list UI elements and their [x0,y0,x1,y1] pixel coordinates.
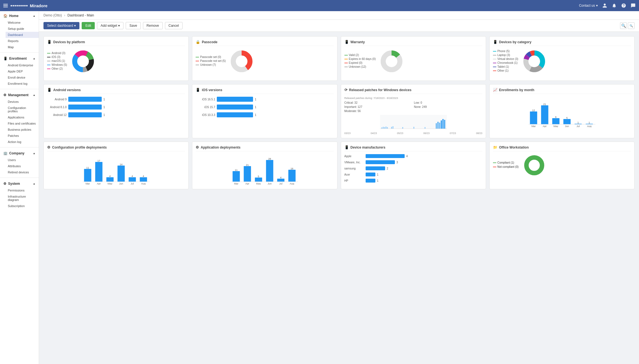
svg-text:May: May [256,182,261,185]
sidebar-item-action-log[interactable]: Action log [6,139,39,145]
sidebar-item-subscription[interactable]: Subscription [6,203,39,209]
svg-rect-32 [439,123,440,129]
sidebar-company[interactable]: 🏢 Company ▲ [0,150,39,157]
bell-icon[interactable] [612,3,617,8]
sidebar-item-reports[interactable]: Reports [6,38,39,44]
svg-text:Jun: Jun [565,125,569,127]
svg-rect-65 [129,177,136,182]
donut-chart-container: Android (3) iOS (3) macOS (1) Windows (5… [47,49,185,74]
sidebar-item-permissions[interactable]: Permissions [6,187,39,193]
svg-rect-28 [413,127,414,129]
sidebar-item-business-policies[interactable]: Business policies [6,127,39,133]
svg-text:21: 21 [246,164,249,166]
donut-chart-container: Valid (2) Expires in 60 days (0) Expired… [344,49,482,74]
sidebar-enrollment[interactable]: 📱 Enrollment ▲ [0,55,39,62]
sidebar-item-enrollment-log[interactable]: Enrollment log [6,81,39,87]
sidebar-item-dashboard[interactable]: Dashboard [6,32,39,38]
sidebar-item-configuration-profiles[interactable]: Configuration profiles [6,105,39,114]
breadcrumb-parent: Demo (Otto) [43,13,62,17]
svg-rect-59 [95,162,103,182]
patches-content: Released patches during: 7/18/2023 - 8/1… [344,97,482,135]
sidebar-item-devices[interactable]: Devices [6,99,39,105]
ios-icon: 📱 [196,88,200,92]
svg-text:4: 4 [143,175,144,178]
svg-text:5: 5 [258,175,259,178]
chevron-up-icon: ▲ [33,14,35,17]
widget-devices-by-category: 📱 Devices by category Phone (5) Laptop (… [489,36,635,81]
widget-devices-by-platform: 📱 Devices by platform Android (3) iOS (3… [43,36,189,81]
widget-office-workstation: 📁 Office Workstation Compliant (1) Not c… [489,142,635,189]
app-name: Miradore [30,3,47,8]
select-dashboard-button[interactable]: Select dashboard ▾ [43,22,79,29]
svg-rect-34 [442,119,443,129]
sidebar-system[interactable]: ⚙ System ▲ [0,180,39,187]
sidebar-item-map[interactable]: Map [6,44,39,50]
app-logo: Miradore [11,3,47,8]
sidebar-item-attributes[interactable]: Attributes [6,163,39,169]
sidebar-management[interactable]: ⚙ Management ▲ [0,91,39,99]
sidebar-item-infrastructure-diagram[interactable]: Infrastructure diagram [6,193,39,203]
svg-text:Apr: Apr [543,125,546,127]
zoom-out-button[interactable]: 🔍 [628,22,635,29]
svg-text:Apr: Apr [246,182,249,185]
sidebar-item-setup-guide[interactable]: Setup guide [6,26,39,32]
chevron-up-icon: ▲ [33,57,35,60]
svg-rect-33 [441,120,442,129]
sidebar-home[interactable]: 🏠 Home ▲ [0,12,39,20]
cancel-button[interactable]: Cancel [165,22,183,29]
user-icon[interactable] [602,3,607,8]
widget-passcode: 🔒 Passcode Passcode set (0) Passcode not… [192,36,337,81]
chevron-down-icon: ▾ [74,24,76,28]
sidebar-item-patches[interactable]: Patches [6,133,39,139]
sidebar-item-apple-dep[interactable]: Apple DEP [6,68,39,74]
workstation-icon: 📁 [493,145,497,149]
sidebar-item-users[interactable]: Users [6,157,39,163]
svg-text:Jul: Jul [577,125,580,127]
chat-icon[interactable] [631,3,636,8]
office-workstation-content: Compliant (1) Not compliant (0) [493,154,631,176]
sidebar-item-retired-devices[interactable]: Retired devices [6,169,39,175]
sidebar-item-android-enterprise[interactable]: Android Enterprise [6,62,39,68]
svg-rect-26 [392,126,393,129]
add-widget-button[interactable]: Add widget ▾ [97,22,123,29]
breadcrumb-current: Dashboard - Main [67,13,94,17]
toolbar: Select dashboard ▾ Edit Add widget ▾ Sav… [39,20,639,32]
svg-rect-67 [140,177,147,182]
patches-stats: Critical: 32 Low: 0 Important: 127 None:… [344,101,482,113]
svg-text:11: 11 [235,169,238,171]
widget-title: Enrollments by month [499,88,534,92]
svg-text:Mar: Mar [531,125,536,127]
help-icon[interactable] [621,3,626,8]
widget-android-versions: 📱 Android versions Android 9 1 Android 8… [43,84,189,138]
lock-icon: 🔒 [196,40,200,44]
svg-rect-21 [383,127,383,129]
edit-button[interactable]: Edit [82,22,95,29]
smartphone-icon: 📱 [47,40,52,44]
svg-rect-42 [552,118,559,124]
zoom-in-button[interactable]: 🔍 [620,22,627,29]
chart-legend: Android (3) iOS (3) macOS (1) Windows (5… [47,52,67,71]
sidebar-item-enroll-device[interactable]: Enroll device [6,74,39,81]
widget-enrollments-by-month: 📈 Enrollments by month 12 21 6 5 [489,84,635,138]
svg-rect-80 [255,178,262,182]
sidebar-item-welcome[interactable]: Welcome [6,20,39,26]
sidebar: 🏠 Home ▲ Welcome Setup guide Dashboard R… [0,11,39,364]
logo-icon [11,5,28,6]
svg-text:Aug: Aug [290,182,294,185]
svg-text:12: 12 [532,109,535,112]
manufacturer-icon: 📱 [344,145,349,149]
hamburger-icon[interactable] [3,4,8,7]
enrollments-svg: 12 21 6 5 1 1 Mar [493,97,631,127]
remove-button[interactable]: Remove [143,22,163,29]
sidebar-item-applications[interactable]: Applications [6,114,39,120]
donut-chart-container: Passcode set (0) Passcode not set (5) Un… [196,49,334,74]
enrollment-icon: 📱 [3,57,8,60]
svg-text:4: 4 [132,175,133,178]
widget-ios-versions: 📱 iOS versions iOS 16.5.1 1 iOS 15.7 1 [192,84,337,138]
svg-text:Jul: Jul [279,182,283,185]
save-button[interactable]: Save [126,22,140,29]
widget-title: Android versions [53,88,81,92]
topbar: Miradore Contact us ▾ [0,0,639,11]
sidebar-item-files-certificates[interactable]: Files and certificates [6,120,39,127]
contact-us-button[interactable]: Contact us ▾ [579,4,598,8]
